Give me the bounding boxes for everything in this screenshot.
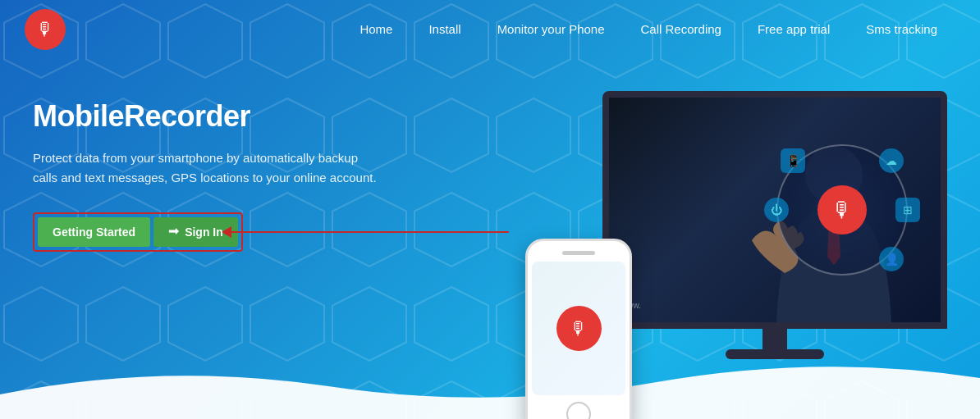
monitor-screen-inner: ☁ ⊞ 👤 📱 ⏻ 🎙 www. — [609, 98, 941, 322]
monitor-neck — [762, 329, 787, 349]
device-icon: 📱 — [781, 148, 805, 173]
cloud-icon: ☁ — [879, 148, 904, 173]
monitor-mic-icon: 🎙 — [831, 198, 853, 223]
nav-item-free-trial[interactable]: Free app trial — [740, 22, 848, 36]
network-icon: ⊞ — [895, 198, 920, 222]
nav-item-call-recording[interactable]: Call Recording — [623, 22, 740, 36]
left-section: MobileRecorder Protect data from your sm… — [33, 83, 427, 252]
sign-in-label: Sign In — [185, 225, 223, 239]
nav-item-sms-tracking[interactable]: Sms tracking — [848, 22, 955, 36]
nav-item-install[interactable]: Install — [410, 22, 479, 36]
button-group: Getting Started ⮕ Sign In — [33, 212, 243, 252]
monitor-mic-circle: 🎙 — [817, 185, 867, 235]
nav-item-home[interactable]: Home — [341, 22, 410, 36]
phone-mic-circle: 🎙 — [556, 306, 602, 351]
phone-mic-icon: 🎙 — [570, 318, 588, 339]
power-icon: ⏻ — [764, 198, 789, 222]
sign-in-icon: ⮕ — [168, 225, 180, 239]
phone-body: 🎙 — [525, 239, 632, 419]
monitor-screen: ☁ ⊞ 👤 📱 ⏻ 🎙 www. — [602, 91, 947, 329]
phone-device: 🎙 — [525, 239, 632, 419]
right-section: ☁ ⊞ 👤 📱 ⏻ 🎙 www. — [443, 83, 947, 419]
header: 🎙 Home Install Monitor your Phone Call R… — [0, 0, 980, 58]
monitor-device: ☁ ⊞ 👤 📱 ⏻ 🎙 www. — [602, 91, 947, 370]
getting-started-button[interactable]: Getting Started — [38, 217, 150, 247]
main-content: MobileRecorder Protect data from your sm… — [0, 58, 980, 419]
tech-circle: ☁ ⊞ 👤 📱 ⏻ 🎙 — [776, 144, 908, 276]
phone-screen: 🎙 — [532, 262, 625, 395]
phone-speaker — [562, 251, 595, 255]
arrow-head — [222, 226, 231, 238]
monitor-base — [726, 349, 824, 359]
nav-item-monitor[interactable]: Monitor your Phone — [479, 22, 623, 36]
logo-mic-icon: 🎙 — [36, 19, 54, 40]
app-description: Protect data from your smartphone by aut… — [33, 148, 378, 188]
nav: Home Install Monitor your Phone Call Rec… — [341, 22, 955, 36]
phone-home-button — [566, 402, 591, 419]
page-title: MobileRecorder — [33, 99, 427, 134]
user-icon: 👤 — [879, 247, 904, 271]
logo[interactable]: 🎙 — [25, 9, 66, 50]
